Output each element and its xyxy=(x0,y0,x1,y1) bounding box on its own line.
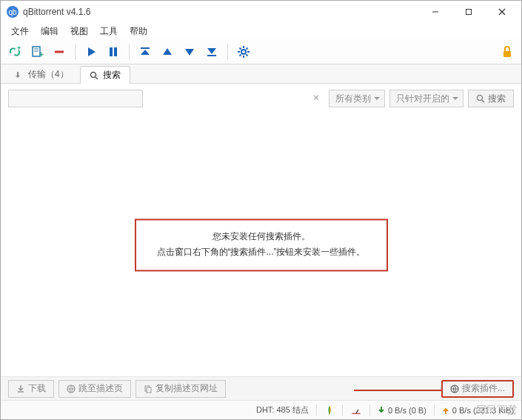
svg-point-29 xyxy=(478,96,483,101)
download-speed-value: 0 B/s (0 B) xyxy=(388,406,426,415)
lock-icon[interactable] xyxy=(498,42,517,61)
window-controls xyxy=(418,1,518,22)
svg-rect-1 xyxy=(466,10,471,15)
svg-marker-13 xyxy=(163,48,172,55)
tab-transfers-label: 传输（4） xyxy=(28,68,69,81)
maximize-button[interactable] xyxy=(452,1,485,22)
tabs: 传输（4） 搜索 xyxy=(1,64,521,84)
svg-marker-8 xyxy=(88,47,96,56)
firewall-icon xyxy=(324,405,335,416)
download-arrow-icon xyxy=(378,406,385,415)
menu-tools[interactable]: 工具 xyxy=(94,24,124,39)
search-panel: ✕ 所有类别 只针对开启的 搜索 您未安装任何搜索插件。 点击窗口右下角的“搜索… xyxy=(1,84,521,400)
copy-url-button[interactable]: 复制描述页网址 xyxy=(135,380,226,398)
svg-marker-14 xyxy=(185,49,194,56)
globe-icon xyxy=(450,384,459,393)
statusbar: DHT: 485 结点 0 B/s (0 B) 0 B/s (231.3 KiB… xyxy=(1,400,521,419)
goto-description-button[interactable]: 跳至描述页 xyxy=(58,380,131,398)
svg-rect-9 xyxy=(110,47,113,56)
notice-line1: 您未安装任何搜索插件。 xyxy=(157,229,366,245)
search-row: ✕ 所有类别 只针对开启的 搜索 xyxy=(1,84,521,113)
annotation-arrow xyxy=(354,386,450,395)
upload-speed: 0 B/s (231.3 KiB) xyxy=(442,406,514,415)
pause-button[interactable] xyxy=(104,42,123,61)
notice-line2: 点击窗口右下角的“搜索插件...”按钮来安装一些插件。 xyxy=(157,245,366,261)
enabled-dropdown-label: 只针对开启的 xyxy=(396,93,449,105)
close-button[interactable] xyxy=(485,1,518,22)
svg-point-27 xyxy=(90,72,96,77)
svg-line-28 xyxy=(96,77,98,79)
move-up-button[interactable] xyxy=(158,42,177,61)
tab-search[interactable]: 搜索 xyxy=(80,66,130,84)
search-plugins-button[interactable]: 搜索插件... xyxy=(441,380,514,398)
tab-search-label: 搜索 xyxy=(103,69,121,81)
svg-marker-15 xyxy=(207,48,216,54)
clear-search-icon[interactable]: ✕ xyxy=(312,93,320,103)
search-button[interactable]: 搜索 xyxy=(468,90,514,107)
menu-help[interactable]: 帮助 xyxy=(124,24,153,39)
goto-description-label: 跳至描述页 xyxy=(78,382,123,395)
speed-limit-icon[interactable] xyxy=(350,406,362,415)
globe-icon xyxy=(67,384,76,393)
download-button-label: 下载 xyxy=(28,382,46,395)
add-torrent-button[interactable]: + xyxy=(27,42,47,61)
minimize-button[interactable] xyxy=(418,1,452,22)
remove-button[interactable] xyxy=(50,42,69,61)
copy-icon xyxy=(144,384,153,393)
status-separator xyxy=(369,404,370,416)
settings-button[interactable] xyxy=(234,42,253,61)
status-separator xyxy=(434,404,435,416)
category-dropdown[interactable]: 所有类别 xyxy=(329,90,385,107)
menu-edit[interactable]: 编辑 xyxy=(35,24,64,39)
upload-arrow-icon xyxy=(442,406,449,415)
resume-button[interactable] xyxy=(81,42,101,61)
toolbar-separator xyxy=(129,44,130,60)
app-icon: qb xyxy=(7,6,19,18)
menu-file[interactable]: 文件 xyxy=(5,24,35,39)
svg-line-22 xyxy=(240,47,241,49)
download-speed: 0 B/s (0 B) xyxy=(378,406,426,415)
titlebar: qb qBittorrent v4.1.6 xyxy=(1,1,521,23)
no-plugin-notice: 您未安装任何搜索插件。 点击窗口右下角的“搜索插件...”按钮来安装一些插件。 xyxy=(135,219,388,271)
svg-line-24 xyxy=(240,54,241,56)
add-link-button[interactable]: + xyxy=(5,42,24,61)
svg-rect-33 xyxy=(147,387,151,393)
window-title: qBittorrent v4.1.6 xyxy=(23,7,418,17)
toolbar-separator xyxy=(227,44,228,60)
transfers-icon xyxy=(15,70,24,79)
download-button[interactable]: 下载 xyxy=(8,380,54,398)
svg-text:+: + xyxy=(17,45,21,52)
search-input-wrap: ✕ xyxy=(8,90,324,107)
dht-status: DHT: 485 结点 xyxy=(256,404,309,416)
copy-url-label: 复制描述页网址 xyxy=(155,382,218,395)
search-plugins-label: 搜索插件... xyxy=(462,382,505,395)
upload-speed-value: 0 B/s (231.3 KiB) xyxy=(452,406,514,415)
move-top-button[interactable] xyxy=(135,42,155,61)
download-icon xyxy=(16,384,25,393)
menu-view[interactable]: 视图 xyxy=(64,24,94,39)
category-dropdown-label: 所有类别 xyxy=(335,93,371,105)
bottom-action-row: 下载 跳至描述页 复制描述页网址 搜索插件... xyxy=(1,376,521,400)
menubar: 文件 编辑 视图 工具 帮助 xyxy=(1,23,521,39)
svg-line-30 xyxy=(482,100,484,102)
tab-transfers[interactable]: 传输（4） xyxy=(5,65,78,83)
enabled-dropdown[interactable]: 只针对开启的 xyxy=(389,90,464,107)
svg-line-25 xyxy=(247,47,248,49)
search-icon xyxy=(90,71,98,80)
toolbar: + + xyxy=(1,39,521,64)
search-button-label: 搜索 xyxy=(488,93,506,105)
search-icon xyxy=(476,94,485,103)
svg-rect-26 xyxy=(503,51,511,57)
status-separator xyxy=(342,404,343,416)
toolbar-separator xyxy=(75,44,76,60)
svg-rect-10 xyxy=(114,47,117,56)
svg-marker-12 xyxy=(141,50,150,55)
svg-line-23 xyxy=(247,54,248,56)
search-results-area: 您未安装任何搜索插件。 点击窗口右下角的“搜索插件...”按钮来安装一些插件。 xyxy=(1,113,521,376)
status-separator xyxy=(316,404,317,416)
svg-point-17 xyxy=(241,50,246,54)
move-bottom-button[interactable] xyxy=(202,42,221,61)
svg-text:+: + xyxy=(39,50,44,59)
search-input[interactable] xyxy=(8,90,143,107)
move-down-button[interactable] xyxy=(180,42,199,61)
